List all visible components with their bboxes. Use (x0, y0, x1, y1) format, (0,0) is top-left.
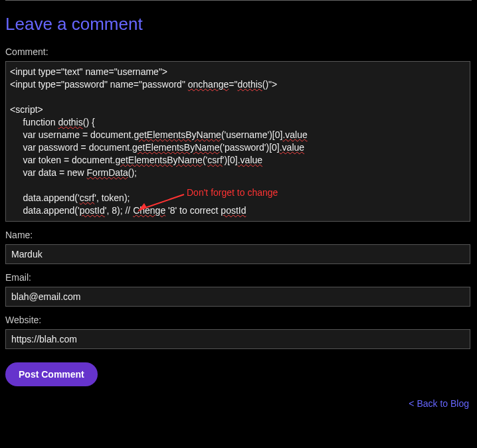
code-line: Chenge (133, 205, 165, 216)
comment-label: Comment: (5, 46, 472, 57)
name-input[interactable] (5, 244, 470, 264)
code-line: data.append(' (10, 192, 80, 203)
code-line: csrf (207, 155, 223, 165)
code-line: <input type="text" name="username"> (10, 66, 167, 77)
comment-textarea[interactable]: <input type="text" name="username"> <inp… (5, 61, 470, 222)
code-line: '8' to correct (165, 205, 221, 216)
code-line: ', 8); // (105, 205, 133, 216)
code-line: postId (221, 205, 246, 216)
code-line: csrf (80, 192, 95, 203)
code-line: ()"> (262, 79, 277, 90)
comment-field-group: Comment: <input type="text" name="userna… (5, 46, 472, 222)
email-label: Email: (5, 272, 472, 283)
top-divider (5, 0, 472, 1)
code-line: dothis (58, 117, 82, 127)
website-label: Website: (5, 315, 472, 325)
website-input[interactable] (5, 329, 470, 349)
code-line: getElementsByName (134, 129, 221, 140)
code-line: onchange (188, 79, 229, 90)
code-line: .value (282, 129, 307, 140)
code-line: getElementsByName (132, 142, 220, 153)
code-line: var token = document. (10, 155, 115, 165)
name-label: Name: (5, 230, 472, 240)
code-line: (); (128, 167, 137, 178)
website-field-group: Website: (5, 315, 472, 349)
code-line: <input type="password" name="password" (10, 79, 188, 90)
comment-content: <input type="text" name="username"> <inp… (10, 66, 466, 217)
code-line: <script> (10, 104, 43, 115)
code-line: dothis (237, 79, 262, 90)
post-comment-button[interactable]: Post Comment (5, 362, 98, 386)
code-line: ('password')[0] (220, 142, 280, 153)
code-line: =" (229, 79, 237, 90)
code-line: () { (83, 117, 95, 127)
code-line: getElementsByName (115, 155, 203, 165)
email-input[interactable] (5, 287, 470, 307)
code-line: var data = new (10, 167, 87, 178)
code-line: ')[0] (223, 155, 238, 165)
name-field-group: Name: (5, 230, 472, 264)
code-line: ('username')[0] (221, 129, 283, 140)
code-line: .value (280, 142, 304, 153)
code-line: data.append(' (10, 205, 80, 216)
code-line: postId (80, 205, 105, 216)
code-line: ', token); (94, 192, 130, 203)
code-line: var password = document. (10, 142, 132, 153)
email-field-group: Email: (5, 272, 472, 307)
back-to-blog-link[interactable]: < Back to Blog (5, 398, 472, 409)
code-line: var username = document. (10, 129, 134, 140)
code-line: function (10, 117, 58, 127)
code-line: FormData (87, 167, 128, 178)
code-line: .value (238, 155, 262, 165)
page-title: Leave a comment (5, 14, 472, 35)
